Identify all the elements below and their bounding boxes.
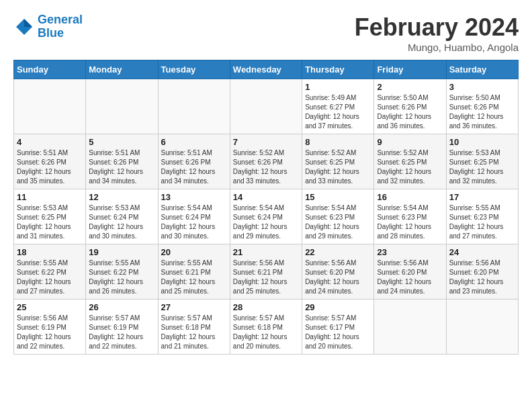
calendar-cell (446, 300, 518, 355)
day-number: 21 (233, 247, 299, 257)
day-number: 8 (305, 137, 371, 147)
day-number: 22 (305, 247, 371, 257)
calendar-table: SundayMondayTuesdayWednesdayThursdayFrid… (13, 60, 519, 355)
calendar-cell: 5Sunrise: 5:51 AM Sunset: 6:26 PM Daylig… (86, 134, 158, 189)
location-subtitle: Mungo, Huambo, Angola (355, 42, 519, 53)
calendar-cell: 26Sunrise: 5:57 AM Sunset: 6:19 PM Dayli… (86, 300, 158, 355)
calendar-cell: 28Sunrise: 5:57 AM Sunset: 6:18 PM Dayli… (230, 300, 302, 355)
weekday-header: Friday (374, 60, 446, 79)
weekday-header: Monday (86, 60, 158, 79)
calendar-cell (86, 79, 158, 134)
month-title: February 2024 (355, 13, 519, 42)
day-info: Sunrise: 5:51 AM Sunset: 6:26 PM Dayligh… (17, 148, 83, 186)
calendar-cell: 6Sunrise: 5:51 AM Sunset: 6:26 PM Daylig… (158, 134, 230, 189)
day-info: Sunrise: 5:51 AM Sunset: 6:26 PM Dayligh… (89, 148, 154, 186)
calendar-week-row: 25Sunrise: 5:56 AM Sunset: 6:19 PM Dayli… (14, 300, 519, 355)
day-info: Sunrise: 5:55 AM Sunset: 6:23 PM Dayligh… (449, 203, 515, 241)
day-info: Sunrise: 5:50 AM Sunset: 6:26 PM Dayligh… (449, 93, 515, 131)
day-number: 4 (17, 137, 83, 147)
day-info: Sunrise: 5:57 AM Sunset: 6:18 PM Dayligh… (161, 314, 227, 351)
logo-icon (13, 16, 35, 38)
day-number: 23 (377, 247, 443, 257)
calendar-cell (374, 300, 446, 355)
calendar-week-row: 4Sunrise: 5:51 AM Sunset: 6:26 PM Daylig… (14, 134, 519, 189)
weekday-header: Saturday (446, 60, 518, 79)
calendar-cell: 2Sunrise: 5:50 AM Sunset: 6:26 PM Daylig… (374, 79, 446, 134)
calendar-cell (158, 79, 230, 134)
calendar-cell: 25Sunrise: 5:56 AM Sunset: 6:19 PM Dayli… (14, 300, 86, 355)
calendar-cell (230, 79, 302, 134)
calendar-cell: 14Sunrise: 5:54 AM Sunset: 6:24 PM Dayli… (230, 189, 302, 244)
calendar-cell: 20Sunrise: 5:55 AM Sunset: 6:21 PM Dayli… (158, 244, 230, 300)
day-number: 29 (305, 302, 371, 312)
day-info: Sunrise: 5:56 AM Sunset: 6:20 PM Dayligh… (305, 259, 371, 296)
calendar-week-row: 18Sunrise: 5:55 AM Sunset: 6:22 PM Dayli… (14, 244, 519, 300)
day-info: Sunrise: 5:52 AM Sunset: 6:25 PM Dayligh… (377, 148, 443, 186)
title-block: February 2024 Mungo, Huambo, Angola (355, 13, 519, 53)
weekday-header: Sunday (14, 60, 86, 79)
day-info: Sunrise: 5:49 AM Sunset: 6:27 PM Dayligh… (305, 93, 371, 131)
day-info: Sunrise: 5:57 AM Sunset: 6:18 PM Dayligh… (233, 314, 299, 351)
day-number: 15 (305, 192, 371, 202)
calendar-cell: 1Sunrise: 5:49 AM Sunset: 6:27 PM Daylig… (302, 79, 374, 134)
calendar-cell: 13Sunrise: 5:54 AM Sunset: 6:24 PM Dayli… (158, 189, 230, 244)
day-number: 10 (449, 137, 515, 147)
calendar-cell: 4Sunrise: 5:51 AM Sunset: 6:26 PM Daylig… (14, 134, 86, 189)
calendar-cell (14, 79, 86, 134)
calendar-cell: 3Sunrise: 5:50 AM Sunset: 6:26 PM Daylig… (446, 79, 518, 134)
day-info: Sunrise: 5:52 AM Sunset: 6:26 PM Dayligh… (233, 148, 299, 186)
day-number: 27 (161, 302, 227, 312)
day-info: Sunrise: 5:53 AM Sunset: 6:24 PM Dayligh… (89, 203, 154, 241)
calendar-cell: 18Sunrise: 5:55 AM Sunset: 6:22 PM Dayli… (14, 244, 86, 300)
day-info: Sunrise: 5:55 AM Sunset: 6:21 PM Dayligh… (161, 259, 227, 296)
calendar-cell: 11Sunrise: 5:53 AM Sunset: 6:25 PM Dayli… (14, 189, 86, 244)
calendar-cell: 15Sunrise: 5:54 AM Sunset: 6:23 PM Dayli… (302, 189, 374, 244)
logo-text: General Blue (38, 13, 83, 40)
day-info: Sunrise: 5:54 AM Sunset: 6:23 PM Dayligh… (377, 203, 443, 241)
day-number: 24 (449, 247, 515, 257)
day-info: Sunrise: 5:54 AM Sunset: 6:24 PM Dayligh… (161, 203, 227, 241)
day-info: Sunrise: 5:56 AM Sunset: 6:21 PM Dayligh… (233, 259, 299, 296)
day-info: Sunrise: 5:56 AM Sunset: 6:20 PM Dayligh… (449, 259, 515, 296)
calendar-cell: 24Sunrise: 5:56 AM Sunset: 6:20 PM Dayli… (446, 244, 518, 300)
day-number: 1 (305, 82, 371, 92)
day-number: 19 (89, 247, 154, 257)
day-number: 5 (89, 137, 154, 147)
day-number: 25 (17, 302, 83, 312)
calendar-cell: 9Sunrise: 5:52 AM Sunset: 6:25 PM Daylig… (374, 134, 446, 189)
calendar-cell: 27Sunrise: 5:57 AM Sunset: 6:18 PM Dayli… (158, 300, 230, 355)
day-number: 12 (89, 192, 154, 202)
day-info: Sunrise: 5:56 AM Sunset: 6:20 PM Dayligh… (377, 259, 443, 296)
calendar-cell: 12Sunrise: 5:53 AM Sunset: 6:24 PM Dayli… (86, 189, 158, 244)
weekday-header: Tuesday (158, 60, 230, 79)
calendar-cell: 17Sunrise: 5:55 AM Sunset: 6:23 PM Dayli… (446, 189, 518, 244)
day-number: 14 (233, 192, 299, 202)
page-header: General Blue February 2024 Mungo, Huambo… (13, 13, 519, 53)
day-number: 20 (161, 247, 227, 257)
day-info: Sunrise: 5:53 AM Sunset: 6:25 PM Dayligh… (449, 148, 515, 186)
day-number: 18 (17, 247, 83, 257)
calendar-cell: 16Sunrise: 5:54 AM Sunset: 6:23 PM Dayli… (374, 189, 446, 244)
calendar-cell: 29Sunrise: 5:57 AM Sunset: 6:17 PM Dayli… (302, 300, 374, 355)
day-number: 11 (17, 192, 83, 202)
day-info: Sunrise: 5:55 AM Sunset: 6:22 PM Dayligh… (17, 259, 83, 296)
day-number: 6 (161, 137, 227, 147)
day-number: 28 (233, 302, 299, 312)
day-number: 7 (233, 137, 299, 147)
day-number: 3 (449, 82, 515, 92)
day-info: Sunrise: 5:53 AM Sunset: 6:25 PM Dayligh… (17, 203, 83, 241)
logo: General Blue (13, 13, 83, 40)
day-info: Sunrise: 5:55 AM Sunset: 6:22 PM Dayligh… (89, 259, 154, 296)
day-number: 16 (377, 192, 443, 202)
day-info: Sunrise: 5:52 AM Sunset: 6:25 PM Dayligh… (305, 148, 371, 186)
day-number: 9 (377, 137, 443, 147)
day-info: Sunrise: 5:54 AM Sunset: 6:23 PM Dayligh… (305, 203, 371, 241)
day-info: Sunrise: 5:57 AM Sunset: 6:19 PM Dayligh… (89, 314, 154, 351)
calendar-week-row: 1Sunrise: 5:49 AM Sunset: 6:27 PM Daylig… (14, 79, 519, 134)
calendar-cell: 19Sunrise: 5:55 AM Sunset: 6:22 PM Dayli… (86, 244, 158, 300)
day-number: 13 (161, 192, 227, 202)
calendar-cell: 22Sunrise: 5:56 AM Sunset: 6:20 PM Dayli… (302, 244, 374, 300)
weekday-header: Wednesday (230, 60, 302, 79)
calendar-cell: 23Sunrise: 5:56 AM Sunset: 6:20 PM Dayli… (374, 244, 446, 300)
day-info: Sunrise: 5:56 AM Sunset: 6:19 PM Dayligh… (17, 314, 83, 351)
